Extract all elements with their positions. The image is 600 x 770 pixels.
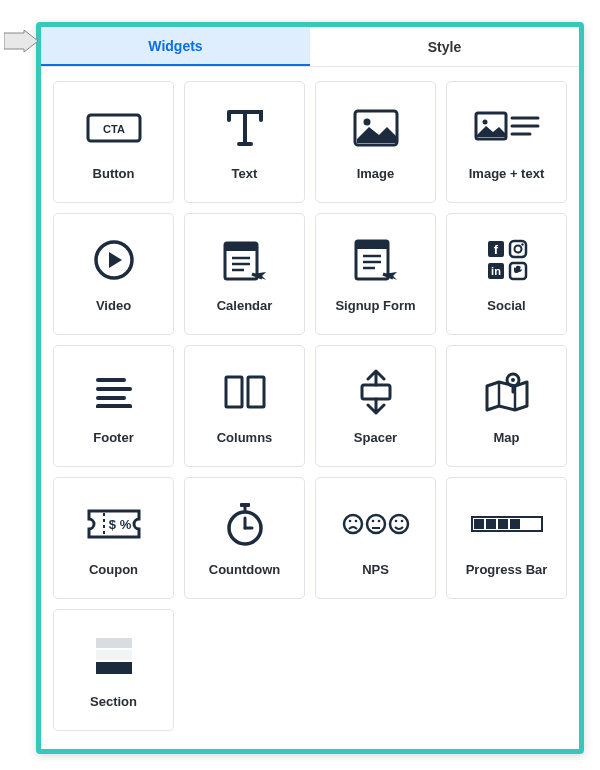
svg-rect-26 [510,241,526,257]
section-icon [92,632,136,680]
svg-point-52 [354,519,357,522]
svg-rect-62 [486,519,496,529]
calendar-icon [222,236,268,284]
svg-rect-13 [225,243,257,251]
svg-rect-36 [226,377,242,407]
tab-bar: Widgets Style [41,27,579,67]
widget-label: Coupon [89,562,138,577]
cta-button-icon: CTA [86,104,142,152]
svg-point-4 [363,118,370,125]
svg-rect-37 [248,377,264,407]
svg-point-53 [367,515,385,533]
widget-label: Video [96,298,131,313]
svg-rect-46 [240,503,250,507]
svg-marker-0 [4,30,38,52]
widget-signup-form[interactable]: Signup Form [315,213,436,335]
widget-progress-bar[interactable]: Progress Bar [446,477,567,599]
pointer-arrow-icon [4,30,38,52]
widget-label: Countdown [209,562,280,577]
widgets-panel: Widgets Style CTA Button Text [36,22,584,754]
svg-rect-35 [96,404,132,408]
widget-map[interactable]: Map [446,345,567,467]
svg-point-6 [482,119,487,124]
spacer-icon [356,368,396,416]
widget-label: Button [93,166,135,181]
svg-rect-38 [362,385,390,399]
map-pin-icon [483,368,531,416]
svg-rect-65 [96,638,132,648]
svg-rect-33 [96,387,132,391]
widget-image[interactable]: Image [315,81,436,203]
nps-faces-icon [341,500,411,548]
widget-label: Footer [93,430,133,445]
widget-label: Text [232,166,258,181]
svg-rect-64 [510,519,520,529]
svg-point-42 [511,378,515,382]
svg-rect-34 [96,396,126,400]
widget-coupon[interactable]: $ % Coupon [53,477,174,599]
progress-bar-icon [471,500,543,548]
svg-text:$ %: $ % [108,517,131,532]
widget-spacer[interactable]: Spacer [315,345,436,467]
svg-text:CTA: CTA [103,123,125,135]
svg-point-50 [344,515,362,533]
svg-rect-66 [96,650,132,660]
widget-footer[interactable]: Footer [53,345,174,467]
widget-label: Image + text [469,166,545,181]
widget-social[interactable]: f in Social [446,213,567,335]
stopwatch-icon [224,500,266,548]
columns-icon [222,368,268,416]
widget-label: Signup Form [335,298,415,313]
widget-text[interactable]: Text [184,81,305,203]
widget-label: NPS [362,562,389,577]
text-icon [223,104,267,152]
svg-text:f: f [493,242,498,257]
svg-rect-32 [96,378,126,382]
widget-label: Columns [217,430,273,445]
widget-countdown[interactable]: Countdown [184,477,305,599]
widget-columns[interactable]: Columns [184,345,305,467]
widget-label: Image [357,166,395,181]
svg-text:in: in [491,265,501,277]
widget-calendar[interactable]: Calendar [184,213,305,335]
form-icon [353,236,399,284]
widget-label: Section [90,694,137,709]
svg-point-54 [371,519,374,522]
svg-point-55 [377,519,380,522]
widget-video[interactable]: Video [53,213,174,335]
svg-point-28 [521,243,523,245]
svg-point-27 [514,245,521,252]
svg-marker-11 [109,252,122,268]
widget-nps[interactable]: NPS [315,477,436,599]
svg-point-58 [394,519,397,522]
svg-rect-63 [498,519,508,529]
svg-rect-67 [96,662,132,674]
footer-lines-icon [92,368,136,416]
svg-point-51 [348,519,351,522]
social-icons: f in [484,236,530,284]
svg-rect-19 [356,241,388,249]
widget-label: Calendar [217,298,273,313]
widget-button[interactable]: CTA Button [53,81,174,203]
tab-widgets[interactable]: Widgets [41,27,310,66]
svg-point-57 [390,515,408,533]
widget-label: Social [487,298,525,313]
widget-label: Map [494,430,520,445]
widget-image-text[interactable]: Image + text [446,81,567,203]
widget-section[interactable]: Section [53,609,174,731]
svg-rect-61 [474,519,484,529]
video-play-icon [92,236,136,284]
widgets-grid: CTA Button Text Image [41,67,579,745]
tab-style[interactable]: Style [310,27,579,66]
image-icon [353,104,399,152]
widget-label: Spacer [354,430,397,445]
image-text-icon [474,104,540,152]
coupon-icon: $ % [86,500,142,548]
widget-label: Progress Bar [466,562,548,577]
svg-point-59 [400,519,403,522]
